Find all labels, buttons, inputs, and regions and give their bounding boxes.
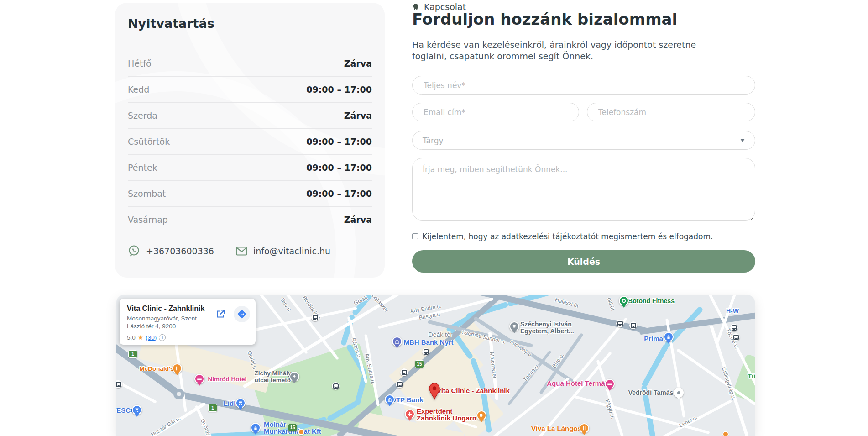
consent-label: Kijelentem, hogy az adatkezelési tájékoz… [422,232,713,241]
consent-checkbox[interactable] [412,233,418,239]
bus-stop-icon[interactable] [616,320,624,327]
hours-row: Szombat09:00 – 17:00 [128,181,372,207]
email-input[interactable] [423,107,569,117]
bus-stop-icon[interactable] [311,314,319,321]
subject-select[interactable]: Tárgy [412,131,755,150]
card-contact-row: +36703600336 info@vitaclinic.hu [128,245,330,257]
map-rating-row: 5,0 ★ (30) i [127,334,166,341]
email-icon[interactable] [236,247,247,256]
map-road [573,395,710,434]
map-river [641,343,669,388]
email-address[interactable]: info@vitaclinic.hu [253,246,330,256]
opening-hours-title: Nyitvatartás [128,16,214,31]
consent-row: Kijelentem, hogy az adatkezelési tájékoz… [412,232,713,241]
map-poi-label[interactable]: MBH Bank Nyrt [403,339,453,346]
map-poi-label[interactable]: Nimród Hotel [208,376,247,383]
map-poi-label[interactable]: Lidl [224,400,236,407]
map-poi-label[interactable]: ExpertdentZahnklinik Ungarn [417,408,476,421]
bus-stop-icon[interactable] [422,348,430,356]
tesco-marker[interactable] [132,405,142,415]
poi-disc-marker[interactable] [722,431,729,436]
route-shield: 15 [415,360,424,368]
submit-button[interactable]: Küldés [412,250,755,273]
map-info-address: Mosonmagyaróvár, Szent László tér 4, 920… [127,315,214,330]
hours-day: Szombat [128,189,166,199]
message-textarea[interactable] [412,158,755,221]
map-poi-label[interactable]: Aqua Hotel Termál [547,380,607,387]
full-name-input[interactable] [423,80,745,90]
info-icon[interactable]: i [159,334,166,341]
hours-value: Zárva [344,110,372,121]
hours-row: SzerdaZárva [128,103,372,129]
map-info-card: Vita Clinic - Zahnklinik Mosonmagyaróvár… [120,299,256,345]
hours-value: 09:00 – 17:00 [306,189,372,199]
map-poi-label[interactable]: OTP Bank [391,396,423,403]
vedrodi-tamas-marker[interactable] [674,388,684,398]
reviews-link[interactable]: (30) [146,334,157,341]
university-marker[interactable] [509,321,519,331]
map-poi-label[interactable]: Príma [644,335,663,342]
cafe-marker[interactable] [476,410,486,420]
route-shield: 1 [128,350,137,358]
map-poi-label[interactable]: H-W [726,308,739,315]
lidl-marker[interactable] [235,398,246,408]
bus-stop-icon[interactable] [332,382,340,390]
viva-la-langos-marker[interactable] [579,423,589,433]
map-roundabout [173,389,184,399]
map-poi-label[interactable]: Vedrődi Tamás [628,389,674,396]
phone-number[interactable]: +36703600336 [146,246,214,256]
map-poi-label[interactable]: Tü [748,373,755,380]
hours-value: 09:00 – 17:00 [306,163,372,173]
map-poi-label[interactable]: Zichy Mihályutcai temető [254,370,291,383]
map-street-label: Huszár Gál u. [150,415,182,436]
route-shield: 15 [288,424,297,431]
hours-row: Péntek09:00 – 17:00 [128,155,372,181]
whatsapp-icon[interactable] [128,245,140,257]
prima-marker[interactable] [664,332,674,342]
map-poi-label[interactable]: Botond Fitness [628,298,675,305]
rating-value: 5,0 [127,334,136,341]
section-intro: Ha kérdése van kezeléseinkről, árainkról… [412,39,706,62]
map-poi-label[interactable]: McDonald's [139,365,173,372]
hours-value: Zárva [344,58,372,68]
mcdonalds-marker[interactable] [172,363,182,373]
aqua-hotel-marker[interactable] [605,379,615,389]
chevron-down-icon [740,139,745,142]
vita-clinic-pin[interactable] [429,383,440,403]
map-street-label: Torma u. [522,362,541,383]
molnar-marker[interactable] [251,423,261,433]
bus-stop-icon[interactable] [629,321,637,329]
hours-value: Zárva [344,215,372,225]
map-poi-label[interactable]: Széchenyi IstvánEgyetem, Albert... [520,321,574,335]
hours-row: VasárnapZárva [128,207,372,232]
google-map[interactable]: Terv u.Boróka közGorkijLajtaszerAdy Endr… [116,295,755,436]
hours-day: Csütörtök [128,137,170,147]
poi-disc-marker-2[interactable] [298,429,304,435]
map-street-label: Malomszer [488,352,498,379]
route-shield: 1 [208,404,217,412]
bus-stop-icon[interactable] [116,380,122,388]
nimrod-hotel-marker[interactable] [194,374,204,384]
subject-select-value: Tárgy [423,136,444,145]
bus-stop-icon[interactable] [732,333,740,341]
name-field-wrap [412,76,755,95]
bus-stop-icon[interactable] [400,368,408,376]
bus-stop-icon[interactable] [396,380,403,388]
otp-bank-marker[interactable] [385,394,395,404]
map-info-title: Vita Clinic - Zahnklinik [127,305,204,313]
star-icon: ★ [138,334,144,341]
open-in-new-icon[interactable] [214,308,226,320]
contact-section: Kapcsolat Forduljon hozzánk bizalommal H… [412,0,755,292]
hours-day: Péntek [128,163,157,173]
directions-icon[interactable] [234,306,250,322]
email-field-wrap [412,103,579,121]
phone-input[interactable] [597,107,745,117]
map-poi-label[interactable]: Viva La Lángos [531,425,581,432]
bus-stop-icon[interactable] [730,324,738,331]
mbh-bank-marker[interactable] [392,336,402,347]
cemetery-marker[interactable] [289,372,299,382]
hours-row: HétfőZárva [128,51,372,77]
botond-fitness-marker[interactable] [619,296,629,306]
expertdent-marker[interactable] [405,409,415,419]
map-poi-label[interactable]: Vita Clinic - Zahnklinik [437,387,510,394]
